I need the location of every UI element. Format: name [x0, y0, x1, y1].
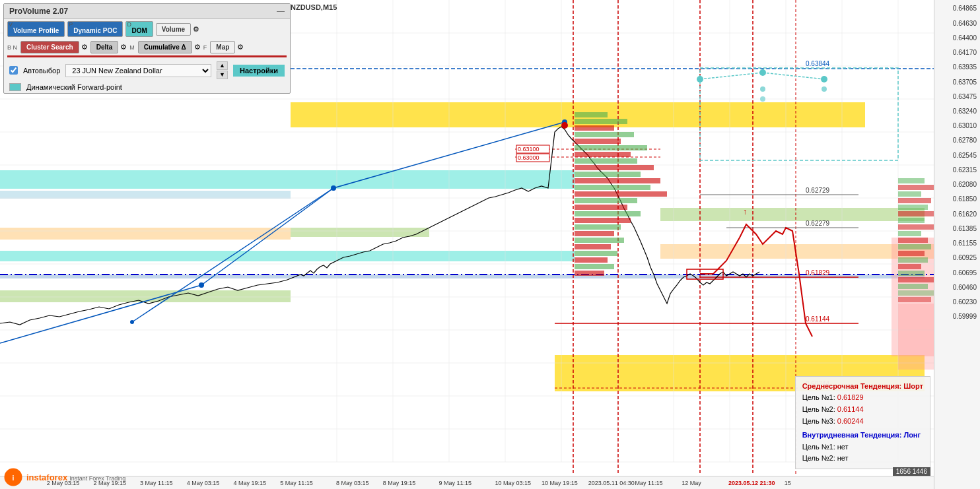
- count2: 1446: [913, 468, 927, 475]
- time-label: May 11:15: [635, 480, 663, 486]
- price-label: 0.64170: [953, 49, 977, 56]
- delta-settings-icon[interactable]: ⚙: [120, 43, 127, 51]
- logo-tagline: Instant Forex Trading: [69, 475, 125, 482]
- time-axis: 2 May 03:15 2 May 19:15 3 May 11:15 4 Ma…: [0, 476, 934, 489]
- target2-label: Цель №2:: [802, 405, 835, 413]
- time-label: 3 May 11:15: [140, 480, 173, 486]
- price-label: 0.61620: [953, 211, 977, 218]
- svg-rect-65: [575, 224, 621, 230]
- panel-row-2: B N Cluster Search ⚙ Delta ⚙ M Cumulativ…: [4, 39, 290, 55]
- price-label: 0.61155: [953, 240, 977, 247]
- bottom-bar: 1656 1446: [893, 467, 930, 476]
- intraday-t1-row: Цель №1: нет: [802, 441, 923, 453]
- panel-title: ProVolume 2.07: [9, 7, 68, 16]
- panel-close-button[interactable]: —: [277, 7, 285, 16]
- medium-trend-label: Среднесрочная Тенденция: Шорт: [802, 381, 923, 393]
- svg-point-113: [822, 86, 827, 92]
- svg-point-44: [331, 185, 336, 191]
- price-label: 0.61850: [953, 195, 977, 203]
- intraday-trend-label: Внутридневная Тенденция: Лонг: [802, 430, 923, 441]
- svg-rect-72: [575, 271, 604, 276]
- time-label: 8 May 19:15: [383, 480, 416, 486]
- svg-rect-75: [898, 191, 921, 197]
- ticker-label: NZDUSD,M15: [291, 3, 337, 11]
- delta-button[interactable]: Delta: [90, 41, 118, 53]
- cumulative-settings-icon[interactable]: ⚙: [194, 43, 201, 51]
- autoselect-label: Автовыбор: [23, 67, 60, 75]
- svg-rect-62: [575, 205, 627, 210]
- autoselect-row: Автовыбор 23 JUN New Zealand Dollar ▲ ▼ …: [4, 59, 290, 81]
- map-settings-icon[interactable]: ⚙: [237, 43, 244, 51]
- nav-arrows: ▲ ▼: [217, 61, 228, 79]
- volume-settings-icon[interactable]: ⚙: [193, 25, 199, 33]
- dynamic-poc-wrap: P Dynamic POC: [67, 21, 123, 37]
- svg-rect-83: [898, 244, 931, 249]
- cluster-search-wrap: B N Cluster Search ⚙: [7, 41, 88, 53]
- price-label: 0.62315: [953, 166, 977, 174]
- target3-row: Цель №3: 0.60244: [802, 416, 923, 428]
- map-button[interactable]: Map: [210, 41, 235, 53]
- svg-line-39: [0, 285, 201, 343]
- target1-row: Цель №1: 0.61829: [802, 392, 923, 404]
- count1: 1656: [896, 468, 911, 475]
- svg-rect-78: [898, 211, 938, 216]
- price-label: 0.62780: [953, 137, 977, 144]
- v-label: V: [9, 21, 13, 28]
- svg-text:0.62279: 0.62279: [806, 220, 830, 227]
- panel-row-1: V Volume Profile P Dynamic POC D DOM Vol…: [4, 19, 290, 39]
- svg-rect-80: [898, 224, 934, 230]
- cluster-search-button[interactable]: Cluster Search: [20, 41, 79, 53]
- dom-wrap: D DOM: [125, 21, 153, 37]
- svg-rect-69: [575, 251, 617, 256]
- time-label: 5 May 11:15: [280, 480, 313, 486]
- price-axis: 0.64865 0.64630 0.64400 0.64170 0.63935 …: [934, 0, 980, 489]
- cluster-settings-icon[interactable]: ⚙: [81, 43, 88, 51]
- chart-container: 0.63100 0.63000 0.63844 0.62729 0.62279 …: [0, 0, 980, 489]
- svg-rect-74: [898, 185, 934, 190]
- svg-text:0.62729: 0.62729: [806, 187, 830, 194]
- m-label: M: [129, 44, 135, 51]
- svg-point-112: [760, 96, 765, 102]
- price-label: 0.60695: [953, 269, 977, 277]
- price-label: 0.59999: [953, 313, 977, 320]
- panel-title-bar: ProVolume 2.07 —: [4, 4, 290, 19]
- cumulative-button[interactable]: Cumulative Δ: [138, 41, 192, 53]
- price-label: 0.63705: [953, 79, 977, 86]
- svg-rect-52: [575, 139, 621, 144]
- instaforex-logo-icon: i: [3, 467, 23, 487]
- intraday-t1-value: нет: [837, 443, 849, 451]
- dynamic-poc-button[interactable]: Dynamic POC: [67, 21, 123, 37]
- price-label: 0.62080: [953, 181, 977, 188]
- svg-rect-60: [575, 191, 667, 197]
- forward-point-row: Динамический Forward-point: [4, 81, 290, 93]
- svg-rect-55: [575, 158, 637, 164]
- nastroyki-button[interactable]: Настройки: [233, 65, 285, 77]
- svg-rect-79: [898, 218, 925, 223]
- time-label: 10 May 19:15: [542, 480, 578, 486]
- volume-button[interactable]: Volume: [156, 23, 191, 36]
- nav-down-button[interactable]: ▼: [217, 71, 228, 79]
- nav-up-button[interactable]: ▲: [217, 61, 228, 70]
- price-label: 0.64865: [953, 5, 977, 12]
- bn-label: B N: [7, 44, 17, 51]
- time-label: 4 May 19:15: [234, 480, 267, 486]
- volume-profile-button[interactable]: Volume Profile: [7, 21, 65, 37]
- d-label: D: [127, 21, 131, 28]
- price-label: 0.64400: [953, 34, 977, 42]
- svg-rect-49: [575, 119, 627, 124]
- svg-rect-58: [575, 178, 660, 183]
- svg-rect-73: [898, 178, 925, 183]
- svg-rect-57: [575, 172, 641, 177]
- instrument-dropdown[interactable]: 23 JUN New Zealand Dollar: [65, 64, 211, 77]
- f-label: F: [203, 44, 207, 51]
- time-label: 10 May 03:15: [495, 480, 531, 486]
- price-label: 0.60925: [953, 254, 977, 261]
- target1-value: 0.61829: [837, 393, 864, 401]
- svg-text:0.63844: 0.63844: [806, 60, 830, 67]
- intraday-t2-value: нет: [837, 454, 849, 462]
- price-label: 0.63935: [953, 63, 977, 71]
- autoselect-checkbox[interactable]: [9, 66, 18, 75]
- cluster-indicator: [7, 55, 287, 57]
- svg-rect-61: [575, 198, 637, 203]
- price-label: 0.63010: [953, 122, 977, 129]
